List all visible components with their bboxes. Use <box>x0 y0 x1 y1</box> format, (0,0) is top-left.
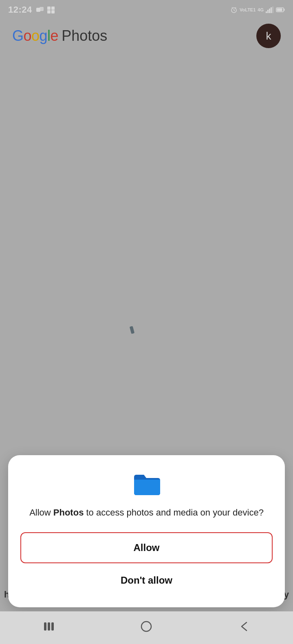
dialog-message: Allow Photos to access photos and media … <box>20 506 273 519</box>
home-icon <box>140 620 153 636</box>
dialog-message-bold: Photos <box>53 507 84 518</box>
back-button[interactable] <box>228 615 260 640</box>
svg-rect-17 <box>44 622 46 631</box>
recent-apps-button[interactable] <box>33 615 65 640</box>
dialog-icon-area <box>20 471 273 496</box>
recent-apps-icon <box>42 621 55 635</box>
svg-rect-19 <box>51 622 54 631</box>
permission-dialog: Allow Photos to access photos and media … <box>8 455 285 607</box>
home-button[interactable] <box>130 615 163 640</box>
svg-rect-18 <box>48 622 50 631</box>
folder-icon <box>132 471 161 496</box>
back-icon <box>239 621 249 635</box>
dont-allow-button[interactable]: Don't allow <box>20 566 273 595</box>
dialog-message-prefix: Allow <box>29 507 53 518</box>
allow-button[interactable]: Allow <box>20 532 273 563</box>
nav-bar <box>0 611 293 644</box>
dialog-message-suffix: to access photos and media on your devic… <box>84 507 264 518</box>
dialog-buttons: Allow Don't allow <box>20 532 273 595</box>
svg-rect-20 <box>141 622 151 631</box>
